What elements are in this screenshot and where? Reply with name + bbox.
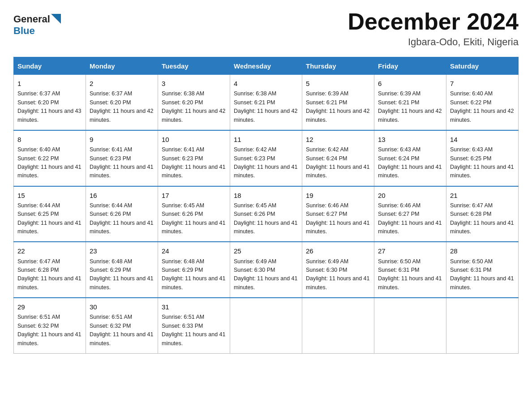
day-number: 24 <box>162 246 226 256</box>
calendar-cell: 2Sunrise: 6:37 AMSunset: 6:20 PMDaylight… <box>86 75 158 130</box>
calendar-cell: 17Sunrise: 6:45 AMSunset: 6:26 PMDayligh… <box>158 186 230 242</box>
day-info: Sunrise: 6:39 AMSunset: 6:21 PMDaylight:… <box>378 90 442 123</box>
calendar-cell <box>302 298 374 353</box>
calendar-cell: 23Sunrise: 6:48 AMSunset: 6:29 PMDayligh… <box>86 242 158 298</box>
svg-marker-0 <box>51 14 61 24</box>
day-number: 4 <box>234 78 298 89</box>
day-info: Sunrise: 6:38 AMSunset: 6:21 PMDaylight:… <box>234 90 297 123</box>
calendar-cell: 29Sunrise: 6:51 AMSunset: 6:32 PMDayligh… <box>14 298 86 353</box>
calendar-cell <box>374 298 446 353</box>
day-number: 19 <box>306 190 370 201</box>
day-info: Sunrise: 6:37 AMSunset: 6:20 PMDaylight:… <box>17 90 81 123</box>
calendar-cell: 12Sunrise: 6:42 AMSunset: 6:24 PMDayligh… <box>302 130 374 186</box>
calendar-header-saturday: Saturday <box>446 57 519 75</box>
day-info: Sunrise: 6:45 AMSunset: 6:26 PMDaylight:… <box>234 202 297 235</box>
calendar-cell: 13Sunrise: 6:43 AMSunset: 6:24 PMDayligh… <box>374 130 446 186</box>
day-number: 2 <box>90 78 154 89</box>
day-info: Sunrise: 6:44 AMSunset: 6:26 PMDaylight:… <box>90 202 153 235</box>
month-title: December 2024 <box>348 9 519 34</box>
calendar-cell: 22Sunrise: 6:47 AMSunset: 6:28 PMDayligh… <box>14 242 86 298</box>
calendar-week-row: 29Sunrise: 6:51 AMSunset: 6:32 PMDayligh… <box>14 298 519 353</box>
day-info: Sunrise: 6:43 AMSunset: 6:25 PMDaylight:… <box>450 146 514 179</box>
day-number: 11 <box>234 134 298 145</box>
day-info: Sunrise: 6:46 AMSunset: 6:27 PMDaylight:… <box>306 202 369 235</box>
location-subtitle: Igbara-Odo, Ekiti, Nigeria <box>348 36 519 48</box>
calendar-week-row: 8Sunrise: 6:40 AMSunset: 6:22 PMDaylight… <box>14 130 519 186</box>
day-number: 15 <box>17 190 82 201</box>
calendar-header-tuesday: Tuesday <box>158 57 230 75</box>
day-info: Sunrise: 6:40 AMSunset: 6:22 PMDaylight:… <box>17 146 81 179</box>
day-number: 12 <box>306 134 370 145</box>
calendar-week-row: 15Sunrise: 6:44 AMSunset: 6:25 PMDayligh… <box>14 186 519 242</box>
day-info: Sunrise: 6:47 AMSunset: 6:28 PMDaylight:… <box>17 258 81 291</box>
calendar-cell: 19Sunrise: 6:46 AMSunset: 6:27 PMDayligh… <box>302 186 374 242</box>
day-number: 7 <box>450 78 515 89</box>
day-info: Sunrise: 6:42 AMSunset: 6:24 PMDaylight:… <box>306 146 369 179</box>
day-number: 9 <box>90 134 154 145</box>
day-number: 31 <box>162 302 226 312</box>
day-number: 8 <box>17 134 82 145</box>
day-info: Sunrise: 6:42 AMSunset: 6:23 PMDaylight:… <box>234 146 297 179</box>
day-info: Sunrise: 6:38 AMSunset: 6:20 PMDaylight:… <box>162 90 225 123</box>
calendar-header-row: SundayMondayTuesdayWednesdayThursdayFrid… <box>14 57 519 75</box>
day-info: Sunrise: 6:49 AMSunset: 6:30 PMDaylight:… <box>306 258 369 291</box>
day-info: Sunrise: 6:49 AMSunset: 6:30 PMDaylight:… <box>234 258 297 291</box>
calendar-table: SundayMondayTuesdayWednesdayThursdayFrid… <box>13 57 519 354</box>
day-number: 23 <box>90 246 154 256</box>
title-area: December 2024 Igbara-Odo, Ekiti, Nigeria <box>348 9 519 48</box>
day-number: 20 <box>378 190 442 201</box>
calendar-cell: 6Sunrise: 6:39 AMSunset: 6:21 PMDaylight… <box>374 75 446 130</box>
day-info: Sunrise: 6:43 AMSunset: 6:24 PMDaylight:… <box>378 146 442 179</box>
day-info: Sunrise: 6:51 AMSunset: 6:32 PMDaylight:… <box>17 314 81 346</box>
day-info: Sunrise: 6:37 AMSunset: 6:20 PMDaylight:… <box>90 90 153 123</box>
calendar-cell: 14Sunrise: 6:43 AMSunset: 6:25 PMDayligh… <box>446 130 519 186</box>
calendar-cell: 15Sunrise: 6:44 AMSunset: 6:25 PMDayligh… <box>14 186 86 242</box>
logo-general-text: General <box>13 13 50 25</box>
day-number: 14 <box>450 134 515 145</box>
calendar-cell: 26Sunrise: 6:49 AMSunset: 6:30 PMDayligh… <box>302 242 374 298</box>
calendar-cell: 3Sunrise: 6:38 AMSunset: 6:20 PMDaylight… <box>158 75 230 130</box>
calendar-cell: 10Sunrise: 6:41 AMSunset: 6:23 PMDayligh… <box>158 130 230 186</box>
day-number: 27 <box>378 246 442 256</box>
day-number: 26 <box>306 246 370 256</box>
calendar-week-row: 22Sunrise: 6:47 AMSunset: 6:28 PMDayligh… <box>14 242 519 298</box>
calendar-header-friday: Friday <box>374 57 446 75</box>
day-info: Sunrise: 6:50 AMSunset: 6:31 PMDaylight:… <box>450 258 514 291</box>
calendar-cell: 31Sunrise: 6:51 AMSunset: 6:33 PMDayligh… <box>158 298 230 353</box>
calendar-cell: 16Sunrise: 6:44 AMSunset: 6:26 PMDayligh… <box>86 186 158 242</box>
day-info: Sunrise: 6:51 AMSunset: 6:32 PMDaylight:… <box>90 314 153 346</box>
calendar-header-sunday: Sunday <box>14 57 86 75</box>
calendar-cell <box>446 298 519 353</box>
calendar-cell: 9Sunrise: 6:41 AMSunset: 6:23 PMDaylight… <box>86 130 158 186</box>
day-number: 16 <box>90 190 154 201</box>
day-number: 28 <box>450 246 515 256</box>
calendar-cell: 24Sunrise: 6:48 AMSunset: 6:29 PMDayligh… <box>158 242 230 298</box>
day-number: 17 <box>162 190 226 201</box>
calendar-cell: 21Sunrise: 6:47 AMSunset: 6:28 PMDayligh… <box>446 186 519 242</box>
calendar-header-monday: Monday <box>86 57 158 75</box>
day-info: Sunrise: 6:44 AMSunset: 6:25 PMDaylight:… <box>17 202 81 235</box>
day-number: 18 <box>234 190 298 201</box>
calendar-header-thursday: Thursday <box>302 57 374 75</box>
day-info: Sunrise: 6:50 AMSunset: 6:31 PMDaylight:… <box>378 258 442 291</box>
calendar-cell: 20Sunrise: 6:46 AMSunset: 6:27 PMDayligh… <box>374 186 446 242</box>
calendar-header-wednesday: Wednesday <box>230 57 302 75</box>
day-info: Sunrise: 6:51 AMSunset: 6:33 PMDaylight:… <box>162 314 225 346</box>
day-info: Sunrise: 6:45 AMSunset: 6:26 PMDaylight:… <box>162 202 225 235</box>
calendar-cell: 28Sunrise: 6:50 AMSunset: 6:31 PMDayligh… <box>446 242 519 298</box>
calendar-cell: 1Sunrise: 6:37 AMSunset: 6:20 PMDaylight… <box>14 75 86 130</box>
day-number: 22 <box>17 246 82 256</box>
day-info: Sunrise: 6:48 AMSunset: 6:29 PMDaylight:… <box>90 258 153 291</box>
day-info: Sunrise: 6:47 AMSunset: 6:28 PMDaylight:… <box>450 202 514 235</box>
calendar-cell <box>230 298 302 353</box>
calendar-week-row: 1Sunrise: 6:37 AMSunset: 6:20 PMDaylight… <box>14 75 519 130</box>
day-number: 13 <box>378 134 442 145</box>
day-info: Sunrise: 6:40 AMSunset: 6:22 PMDaylight:… <box>450 90 514 123</box>
day-number: 30 <box>90 302 154 312</box>
calendar-cell: 11Sunrise: 6:42 AMSunset: 6:23 PMDayligh… <box>230 130 302 186</box>
day-info: Sunrise: 6:41 AMSunset: 6:23 PMDaylight:… <box>90 146 153 179</box>
day-info: Sunrise: 6:46 AMSunset: 6:27 PMDaylight:… <box>378 202 442 235</box>
day-number: 10 <box>162 134 226 145</box>
page-header: General Blue December 2024 Igbara-Odo, E… <box>13 9 519 48</box>
calendar-cell: 18Sunrise: 6:45 AMSunset: 6:26 PMDayligh… <box>230 186 302 242</box>
